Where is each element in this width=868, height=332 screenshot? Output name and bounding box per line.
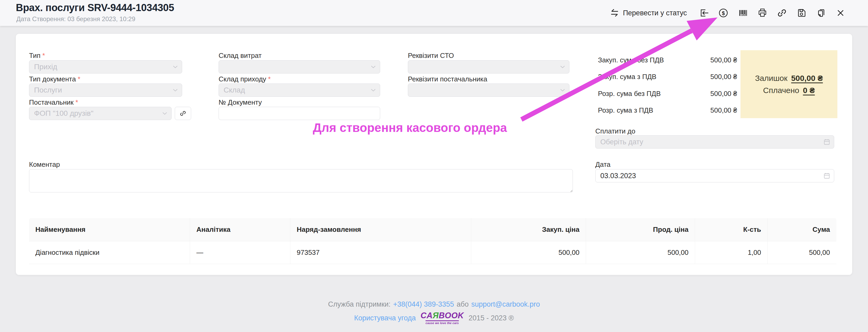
supplier-select[interactable]: ФОП "100 друзів" [29,107,172,120]
dollar-icon: $ [718,8,728,18]
page-title: Врах. послуги SRV-9444-1034305 [16,2,174,13]
import-button[interactable] [699,8,709,18]
support-prefix: Служба підтримки: [328,300,391,308]
supplier-requisites-label: Реквізити постачальника [408,75,487,83]
cash-order-button[interactable]: $ [718,8,728,18]
calendar-icon [824,139,830,145]
total-value: 500,00 ₴ [710,90,737,98]
printer-icon [757,8,768,18]
total-row: Закуп. сума без ПДВ 500,00 ₴ [598,56,737,64]
total-row: Розр. сума без ПДВ 500,00 ₴ [598,90,737,98]
col-work-order: Наряд-замовлення [290,218,471,241]
cell-sale-price: 500,00 [586,241,695,264]
supplier-requisites-select[interactable] [408,84,569,97]
support-line: Служба підтримки: +38(044) 389-3355 або … [0,300,868,308]
page: Врах. послуги SRV-9444-1034305 Дата Ство… [0,0,868,332]
chevron-down-icon [560,65,565,68]
paid-line: Сплачено 0 ₴ [763,86,815,95]
cell-qty: 1,00 [695,241,768,264]
user-agreement-link[interactable]: Користувача угода [354,314,416,322]
cell-sum: 500,00 [768,241,836,264]
logo-word: CAЯBOOK [421,311,464,320]
doc-number-field[interactable] [219,107,380,120]
total-label: Розр. сума без ПДВ [598,90,661,98]
pay-until-field[interactable] [595,135,834,148]
sto-requisites-select[interactable] [408,60,569,74]
chevron-down-icon [173,89,178,91]
logo-tagline: cause we love the cars [426,321,459,325]
close-icon [835,8,846,18]
print-button[interactable] [757,8,768,18]
pay-until-label: Сплатити до [595,127,636,135]
comment-label: Коментар [29,160,60,169]
cell-work-order: 973537 [290,241,471,264]
total-label: Розр. сума з ПДВ [598,106,653,114]
cell-name: Діагностика підвіски [29,241,190,264]
change-status-label: Перевести у статус [623,9,687,17]
link-icon [777,8,787,18]
cell-analytics: — [190,241,290,264]
calendar-icon [824,172,830,179]
support-phone-link[interactable]: +38(044) 389-3355 [393,300,454,308]
doc-type-select[interactable]: Послуги [29,84,182,97]
col-purchase-price: Закуп. ціна [471,218,586,241]
total-value: 500,00 ₴ [710,106,737,114]
barcode-icon [738,8,748,18]
type-label: Тип* [29,51,45,60]
barcode-button[interactable] [738,8,748,18]
col-sale-price: Прод. ціна [586,218,695,241]
table-header-row: Найменування Аналітика Наряд-замовлення … [29,218,836,241]
duplicate-button[interactable] [816,8,826,18]
chevron-down-icon [371,65,376,68]
date-input[interactable] [595,169,834,182]
support-email-link[interactable]: support@carbook.pro [471,300,540,308]
comment-textarea[interactable] [29,169,573,192]
col-name: Найменування [29,218,190,241]
type-select[interactable]: Прихід [29,60,182,74]
paid-value: 0 ₴ [803,86,815,95]
required-mark: * [78,75,80,83]
close-button[interactable] [835,8,846,18]
chevron-down-icon [173,65,178,68]
swap-icon [610,8,619,18]
table-row[interactable]: Діагностика підвіски — 973537 500,00 500… [29,241,836,264]
remaining-label: Залишок [755,74,787,83]
paid-label: Сплачено [763,86,799,95]
total-value: 500,00 ₴ [710,56,737,64]
expense-warehouse-select[interactable] [219,60,380,74]
total-row: Розр. сума з ПДВ 500,00 ₴ [598,106,737,114]
svg-text:$: $ [722,10,725,16]
required-mark: * [268,75,271,83]
doc-number-input[interactable] [219,107,380,120]
doc-number-label: № Документу [219,98,262,107]
pay-until-input[interactable] [595,136,834,148]
topbar: Врах. послуги SRV-9444-1034305 Дата Ство… [0,0,868,26]
balance-box: Залишок 500,00 ₴ Сплачено 0 ₴ [741,50,837,118]
copy-link-button[interactable] [777,8,787,18]
change-status-button[interactable]: Перевести у статус [610,8,687,18]
chevron-down-icon [162,112,167,115]
toolbar: Перевести у статус $ [610,0,846,26]
date-label: Дата [595,160,611,169]
import-icon [699,8,709,18]
total-row: Закуп. сума з ПДВ 500,00 ₴ [598,73,737,81]
or-word: або [457,300,469,308]
required-mark: * [75,98,78,106]
save-icon [796,8,807,18]
supplier-link-button[interactable] [175,107,191,120]
date-field[interactable] [595,169,834,183]
created-date: Дата Створення: 03 березня 2023, 10:29 [17,15,135,23]
chevron-down-icon [371,89,376,91]
cell-purchase-price: 500,00 [471,241,586,264]
copyright: 2015 - 2023 ® [469,314,514,322]
total-value: 500,00 ₴ [710,73,737,81]
col-qty: К-сть [695,218,768,241]
chevron-down-icon [560,89,565,91]
footer-bottom-line: Користувача угода CAЯBOOK cause we love … [0,311,868,325]
required-mark: * [42,52,45,59]
col-analytics: Аналітика [190,218,290,241]
expense-warehouse-label: Склад витрат [219,51,261,60]
copy-icon [816,8,826,18]
income-warehouse-select[interactable]: Склад [219,84,380,97]
save-button[interactable] [796,8,807,18]
